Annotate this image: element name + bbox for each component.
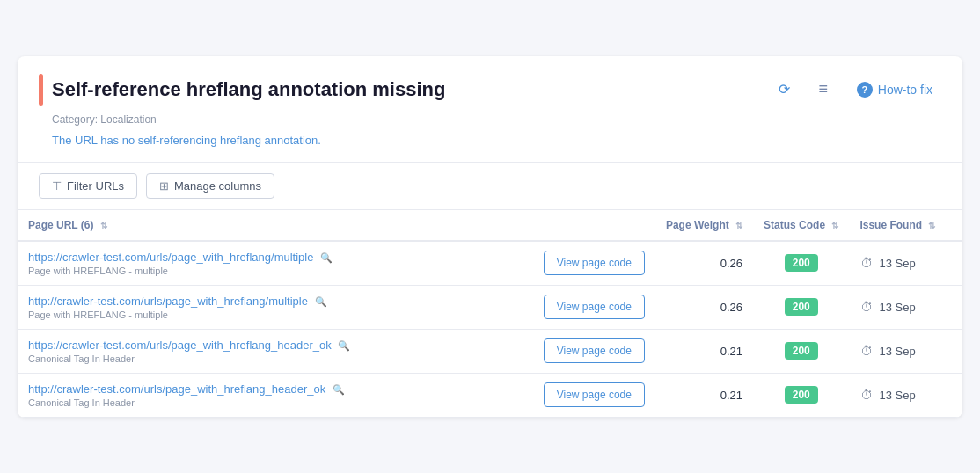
how-to-fix-label: How-to fix — [878, 83, 932, 97]
issue-cell: ⏱ 13 Sep — [849, 241, 962, 286]
view-cell: View page code — [533, 329, 655, 373]
category-text: Category: Localization — [52, 113, 157, 126]
table-header-row: Page URL (6) ⇅ Page Weight ⇅ Status Code… — [18, 210, 962, 241]
issue-cell: ⏱ 13 Sep — [849, 373, 962, 417]
clock-icon: ⏱ — [859, 256, 874, 270]
title-actions: ⟳ ≡ ? How-to fix — [771, 76, 941, 104]
filter-table-button[interactable]: ≡ — [809, 76, 837, 104]
filter-icon: ⊤ — [52, 179, 62, 193]
sort-icon-status: ⇅ — [831, 221, 838, 230]
url-link[interactable]: https://crawler-test.com/urls/page_with_… — [28, 251, 313, 264]
url-link[interactable]: http://crawler-test.com/urls/page_with_h… — [28, 382, 325, 396]
page-title: Self-reference hreflang annotation missi… — [52, 78, 445, 101]
weight-cell: 0.21 — [655, 373, 753, 417]
search-icon[interactable]: 🔍 — [333, 384, 345, 396]
filter-urls-label: Filter URLs — [67, 179, 124, 193]
manage-columns-button[interactable]: ⊞ Manage columns — [146, 173, 274, 199]
table-row: http://crawler-test.com/urls/page_with_h… — [18, 373, 962, 417]
main-card: Self-reference hreflang annotation missi… — [18, 56, 962, 418]
manage-cols-icon: ⊞ — [159, 179, 169, 193]
issue-date: 13 Sep — [879, 301, 915, 314]
status-cell: 200 — [753, 329, 849, 373]
status-badge: 200 — [785, 254, 818, 272]
col-header-url[interactable]: Page URL (6) ⇅ — [18, 210, 533, 241]
search-icon[interactable]: 🔍 — [338, 340, 350, 352]
filter-urls-button[interactable]: ⊤ Filter URLs — [39, 173, 137, 199]
title-left: Self-reference hreflang annotation missi… — [39, 74, 445, 106]
weight-cell: 0.21 — [655, 329, 753, 373]
filter-table-icon: ≡ — [819, 80, 829, 98]
table-row: http://crawler-test.com/urls/page_with_h… — [18, 285, 962, 329]
clock-icon: ⏱ — [859, 300, 874, 314]
weight-cell: 0.26 — [655, 285, 753, 329]
url-link[interactable]: http://crawler-test.com/urls/page_with_h… — [28, 295, 308, 308]
sort-icon-issue: ⇅ — [928, 221, 935, 230]
category-row: Category: Localization — [52, 111, 941, 127]
card-header: Self-reference hreflang annotation missi… — [18, 56, 962, 163]
status-badge: 200 — [785, 298, 818, 316]
issue-date: 13 Sep — [879, 389, 915, 402]
power-icon: ⟳ — [779, 81, 790, 98]
clock-icon: ⏱ — [859, 344, 874, 358]
url-subtitle: Page with HREFLANG - multiple — [28, 266, 523, 276]
table-container: Page URL (6) ⇅ Page Weight ⇅ Status Code… — [18, 210, 962, 418]
weight-cell: 0.26 — [655, 241, 753, 286]
url-cell: http://crawler-test.com/urls/page_with_h… — [18, 373, 533, 417]
status-badge: 200 — [785, 342, 818, 360]
view-page-button[interactable]: View page code — [544, 295, 645, 319]
manage-columns-label: Manage columns — [174, 179, 261, 193]
col-header-weight[interactable]: Page Weight ⇅ — [655, 210, 753, 241]
view-cell: View page code — [533, 373, 655, 417]
search-icon[interactable]: 🔍 — [315, 296, 327, 308]
table-row: https://crawler-test.com/urls/page_with_… — [18, 329, 962, 373]
toolbar: ⊤ Filter URLs ⊞ Manage columns — [18, 163, 962, 210]
url-subtitle: Page with HREFLANG - multiple — [28, 309, 523, 320]
sort-icon-weight: ⇅ — [735, 221, 742, 230]
status-cell: 200 — [753, 241, 849, 286]
data-table: Page URL (6) ⇅ Page Weight ⇅ Status Code… — [18, 210, 962, 418]
power-button[interactable]: ⟳ — [771, 76, 799, 104]
col-header-view — [533, 210, 655, 241]
title-row: Self-reference hreflang annotation missi… — [39, 74, 941, 106]
col-header-status[interactable]: Status Code ⇅ — [753, 210, 849, 241]
status-cell: 200 — [753, 285, 849, 329]
url-cell: https://crawler-test.com/urls/page_with_… — [18, 241, 533, 286]
description-row: The URL has no self-referencing hreflang… — [52, 132, 941, 148]
issue-date: 13 Sep — [879, 257, 915, 270]
view-page-button[interactable]: View page code — [544, 382, 645, 407]
issue-cell: ⏱ 13 Sep — [849, 285, 962, 329]
status-badge: 200 — [785, 386, 818, 404]
issue-cell: ⏱ 13 Sep — [849, 329, 962, 373]
url-subtitle: Canonical Tag In Header — [28, 397, 523, 408]
url-subtitle: Canonical Tag In Header — [28, 353, 523, 364]
url-link[interactable]: https://crawler-test.com/urls/page_with_… — [28, 338, 332, 352]
status-cell: 200 — [753, 373, 849, 417]
url-cell: https://crawler-test.com/urls/page_with_… — [18, 329, 533, 373]
col-header-issue[interactable]: Issue Found ⇅ — [849, 210, 962, 241]
how-to-fix-button[interactable]: ? How-to fix — [848, 76, 941, 103]
view-cell: View page code — [533, 285, 655, 329]
issue-date: 13 Sep — [879, 345, 915, 358]
clock-icon: ⏱ — [859, 388, 874, 402]
severity-bar — [39, 74, 43, 106]
description-text: The URL has no self-referencing hreflang… — [52, 134, 321, 147]
sort-icon-url: ⇅ — [100, 221, 107, 230]
table-body: https://crawler-test.com/urls/page_with_… — [18, 241, 962, 418]
view-page-button[interactable]: View page code — [544, 251, 645, 275]
search-icon[interactable]: 🔍 — [320, 252, 333, 264]
view-cell: View page code — [533, 241, 655, 286]
table-row: https://crawler-test.com/urls/page_with_… — [18, 241, 962, 286]
view-page-button[interactable]: View page code — [544, 338, 645, 363]
url-cell: http://crawler-test.com/urls/page_with_h… — [18, 285, 533, 329]
help-icon: ? — [857, 82, 873, 98]
